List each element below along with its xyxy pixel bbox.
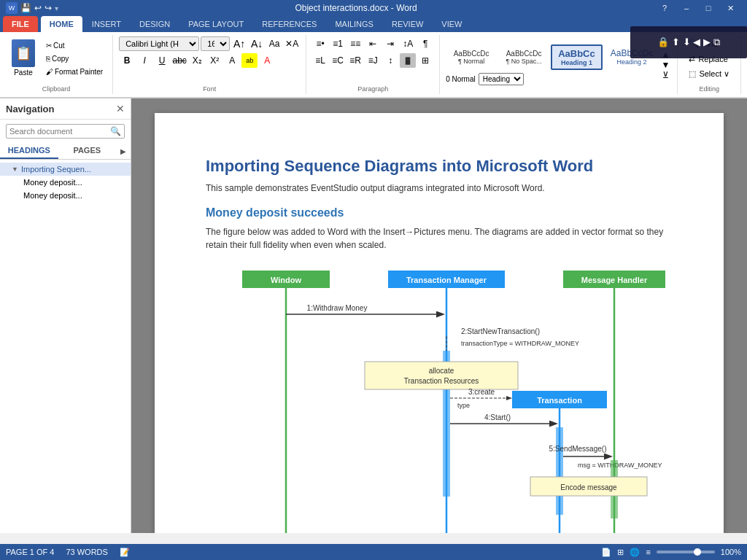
strikethrough-button[interactable]: abc <box>171 53 187 68</box>
svg-text:type: type <box>457 402 470 409</box>
shrink-font-button[interactable]: A↓ <box>249 36 265 51</box>
zoom-slider[interactable] <box>657 551 715 553</box>
style-normal[interactable]: AaBbCcDc ¶ Normal <box>446 47 497 68</box>
close-button[interactable]: ✕ <box>719 0 741 16</box>
document-area: Importing Sequence Diagrams into Microso… <box>131 98 747 533</box>
zoom-percent: 100% <box>721 548 741 556</box>
undo-icon[interactable]: ↩ <box>34 3 42 13</box>
svg-text:2:StartNewTransaction(): 2:StartNewTransaction() <box>461 327 540 335</box>
svg-text:Transaction: Transaction <box>537 396 582 405</box>
svg-text:5:SendMessage(): 5:SendMessage() <box>549 445 607 453</box>
svg-text:Encode message: Encode message <box>560 483 617 491</box>
heading-select[interactable]: Heading <box>479 73 524 85</box>
subscript-button[interactable]: X₂ <box>189 53 205 68</box>
numbering-button[interactable]: ≡1 <box>330 36 346 51</box>
redo-icon[interactable]: ↪ <box>44 3 52 13</box>
paste-label: Paste <box>14 69 33 77</box>
view-mode-read[interactable]: 📄 <box>601 548 611 557</box>
show-formatting-button[interactable]: ¶ <box>417 36 433 51</box>
tab-mailings[interactable]: MAILINGS <box>326 16 382 32</box>
title-bar: W 💾 ↩ ↪ ▾ Object interactions.docx - Wor… <box>0 0 747 16</box>
word-icon: W <box>6 2 18 14</box>
popup-content: 🔒 ⬆ ⬇ ◀ ▶ ⧉ <box>657 36 719 48</box>
cut-button[interactable]: ✂ Cut <box>42 39 107 52</box>
justify-button[interactable]: ≡J <box>365 53 381 68</box>
nav-tab-arrow[interactable]: ▶ <box>116 143 131 159</box>
font-size-select[interactable]: 16 <box>201 36 230 51</box>
tab-view[interactable]: VIEW <box>433 16 471 32</box>
nav-tree: ▼ Importing Sequen... Money deposit... M… <box>0 160 131 533</box>
style-heading1[interactable]: AaBbCc Heading 1 <box>551 44 603 70</box>
align-right-button[interactable]: ≡R <box>347 53 363 68</box>
format-painter-icon: 🖌 <box>46 68 53 76</box>
nav-item-importing[interactable]: ▼ Importing Sequen... <box>0 163 131 176</box>
text-effects-button[interactable]: A <box>224 53 240 68</box>
tab-references[interactable]: REFERENCES <box>253 16 325 32</box>
paste-button[interactable]: 📋 Paste <box>6 36 41 79</box>
format-painter-button[interactable]: 🖌 Format Painter <box>42 66 107 78</box>
select-button[interactable]: ⬚ Select ∨ <box>684 67 735 81</box>
language-indicator: 📝 <box>120 548 130 557</box>
tab-home[interactable]: HOME <box>41 16 82 32</box>
search-icon: 🔍 <box>110 126 121 136</box>
italic-button[interactable]: I <box>136 53 152 68</box>
svg-text:4:Start(): 4:Start() <box>484 413 511 421</box>
svg-text:Message Handler: Message Handler <box>581 276 648 284</box>
font-name-select[interactable]: Calibri Light (H <box>119 36 199 51</box>
navigation-pane: Navigation ✕ 🔍 HEADINGS PAGES ▶ ▼ Import… <box>0 98 131 533</box>
clear-formatting-button[interactable]: ✕A <box>284 36 300 51</box>
view-mode-layout[interactable]: ⊞ <box>617 548 624 557</box>
multilevel-list-button[interactable]: ≡≡ <box>347 36 363 51</box>
style-nospace[interactable]: AaBbCcDc ¶ No Spac... <box>498 47 549 68</box>
underline-button[interactable]: U <box>154 53 170 68</box>
decrease-indent-button[interactable]: ⇤ <box>365 36 381 51</box>
superscript-button[interactable]: X² <box>206 53 222 68</box>
maximize-button[interactable]: □ <box>697 0 719 16</box>
shading-button[interactable]: ▓ <box>400 53 416 68</box>
svg-rect-26 <box>556 427 563 515</box>
nav-item-money2[interactable]: Money deposit... <box>0 189 131 202</box>
align-center-button[interactable]: ≡C <box>330 53 346 68</box>
help-button[interactable]: ? <box>654 0 676 16</box>
line-spacing-button[interactable]: ↕ <box>382 53 398 68</box>
tab-design[interactable]: DESIGN <box>131 16 179 32</box>
tab-review[interactable]: REVIEW <box>383 16 432 32</box>
window-title: Object interactions.docx - Word <box>295 3 417 13</box>
font-group-label: Font <box>203 84 216 93</box>
doc-body1: The figure below was added to Word with … <box>206 225 673 252</box>
nav-close-button[interactable]: ✕ <box>116 103 125 114</box>
bold-button[interactable]: B <box>119 53 135 68</box>
minimize-button[interactable]: – <box>676 0 697 16</box>
change-case-button[interactable]: Aa <box>266 36 282 51</box>
tab-headings[interactable]: HEADINGS <box>0 143 58 159</box>
nav-item-money1[interactable]: Money deposit... <box>0 176 131 189</box>
svg-text:1:Withdraw Money: 1:Withdraw Money <box>307 304 368 312</box>
styles-gallery: AaBbCcDc ¶ Normal AaBbCcDc ¶ No Spac... … <box>446 44 659 70</box>
tab-insert[interactable]: INSERT <box>83 16 130 32</box>
paragraph-group: ≡• ≡1 ≡≡ ⇤ ⇥ ↕A ¶ ≡L ≡C ≡R ≡J ↕ ▓ ⊞ <box>306 35 440 94</box>
nav-arrow-icon: ▼ <box>12 166 18 173</box>
borders-button[interactable]: ⊞ <box>417 53 433 68</box>
increase-indent-button[interactable]: ⇥ <box>382 36 398 51</box>
save-icon[interactable]: 💾 <box>20 3 31 13</box>
tab-pagelayout[interactable]: PAGE LAYOUT <box>179 16 252 32</box>
view-mode-outline[interactable]: ≡ <box>646 548 650 556</box>
tab-file[interactable]: FILE <box>3 16 38 32</box>
sort-button[interactable]: ↕A <box>400 36 416 51</box>
align-left-button[interactable]: ≡L <box>312 53 328 68</box>
search-input[interactable] <box>9 127 110 136</box>
font-color-button[interactable]: A <box>259 53 275 68</box>
bullets-button[interactable]: ≡• <box>312 36 328 51</box>
editing-group-label: Editing <box>699 84 719 93</box>
title-bar-left: W 💾 ↩ ↪ ▾ <box>6 2 58 14</box>
copy-button[interactable]: ⎘ Copy <box>42 52 107 65</box>
customize-qat[interactable]: ▾ <box>55 4 58 12</box>
view-mode-web[interactable]: 🌐 <box>630 548 640 557</box>
nav-item-label: Importing Sequen... <box>21 165 91 174</box>
quick-access-toolbar: 💾 ↩ ↪ ▾ <box>20 3 58 13</box>
grow-font-button[interactable]: A↑ <box>231 36 247 51</box>
tab-pages[interactable]: PAGES <box>58 143 117 159</box>
text-highlight-button[interactable]: ab <box>241 53 258 68</box>
status-bar: PAGE 1 OF 4 73 WORDS 📝 📄 ⊞ 🌐 ≡ 100% <box>0 544 747 560</box>
svg-text:msg = WITHDRAW_MONEY: msg = WITHDRAW_MONEY <box>578 462 662 469</box>
